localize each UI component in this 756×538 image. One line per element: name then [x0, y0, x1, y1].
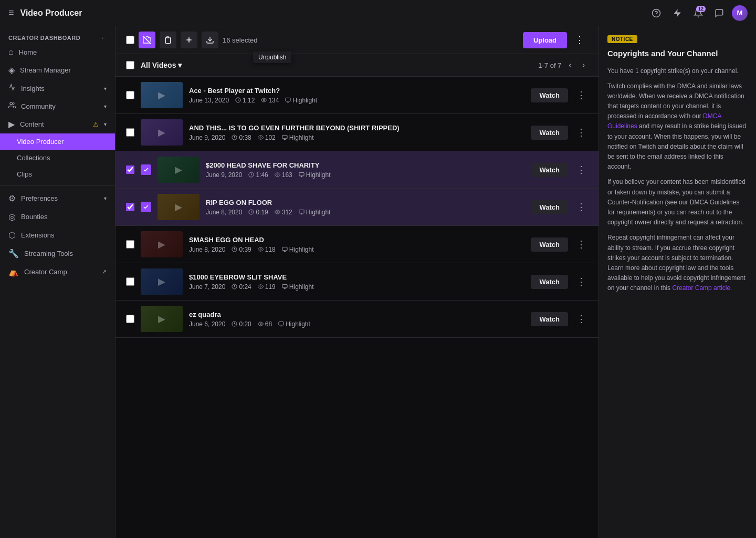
row-more-button[interactable]: ⋮	[574, 87, 588, 103]
hamburger-button[interactable]: ≡	[8, 7, 14, 18]
add-button[interactable]	[181, 32, 197, 48]
prev-page-button[interactable]: ‹	[565, 59, 574, 71]
svg-point-24	[277, 211, 278, 213]
list-select-all-checkbox[interactable]	[126, 61, 134, 69]
video-views: 163	[275, 171, 292, 179]
row-more-button[interactable]: ⋮	[574, 199, 588, 215]
row-checkbox[interactable]	[126, 315, 134, 323]
row-checkbox[interactable]	[126, 240, 134, 249]
table-row: ▶ RIP EGG ON FLOOR June 8, 2020 0:19 312	[116, 189, 598, 226]
creator-camp-link[interactable]: Creator Camp article.	[672, 284, 732, 292]
video-date: June 13, 2020	[189, 97, 229, 104]
home-icon: ⌂	[8, 47, 14, 57]
notice-para-4: Repeat copyright infringement can affect…	[607, 233, 748, 293]
row-checkbox[interactable]	[126, 165, 134, 174]
right-panel: NOTICE Copyrights and Your Channel You h…	[598, 26, 756, 538]
clock-icon	[248, 209, 254, 215]
add-icon	[185, 36, 193, 44]
video-duration: 0:24	[232, 283, 251, 291]
chat-button[interactable]	[711, 5, 728, 22]
sidebar-item-preferences[interactable]: ⚙ Preferences ▾	[0, 189, 115, 208]
video-duration: 0:19	[248, 209, 268, 216]
row-checkbox[interactable]	[126, 128, 134, 137]
sidebar-back-icon[interactable]: ←	[100, 35, 107, 41]
views-icon	[258, 134, 264, 140]
views-icon	[258, 246, 264, 252]
watch-button[interactable]: Watch	[531, 88, 568, 102]
notifications-button[interactable]: 12	[690, 5, 707, 22]
row-more-button[interactable]: ⋮	[574, 311, 588, 327]
table-row: ▶ Ace - Best Player at Twitch? June 13, …	[116, 77, 598, 114]
row-more-button[interactable]: ⋮	[574, 236, 588, 252]
sidebar-item-home[interactable]: ⌂ Home	[0, 43, 115, 61]
help-button[interactable]	[648, 5, 665, 22]
svg-point-9	[264, 99, 265, 101]
bolt-icon	[673, 8, 682, 18]
sidebar-item-bounties[interactable]: ◎ Bounties	[0, 208, 115, 226]
svg-line-4	[143, 36, 151, 44]
video-date: June 8, 2020	[206, 209, 242, 216]
row-more-button[interactable]: ⋮	[574, 162, 588, 178]
unpublish-button[interactable]	[139, 32, 155, 48]
video-type: Highlight	[299, 171, 331, 179]
svg-rect-40	[279, 322, 284, 325]
delete-button[interactable]	[160, 32, 176, 48]
views-icon	[258, 321, 264, 327]
video-thumbnail: ▶	[141, 119, 183, 146]
video-title: $1000 EYEBROW SLIT SHAVE	[189, 273, 524, 281]
content-chevron: ▾	[104, 121, 107, 127]
sidebar-item-insights[interactable]: Insights ▾	[0, 79, 115, 97]
content-icon: ▶	[8, 119, 15, 129]
watch-button[interactable]: Watch	[531, 312, 568, 326]
dmca-link[interactable]: DMCA Guidelines	[607, 112, 721, 130]
video-type: Highlight	[282, 283, 314, 291]
watch-button[interactable]: Watch	[531, 200, 568, 214]
sidebar-item-extensions[interactable]: ⬡ Extensions	[0, 226, 115, 244]
avatar[interactable]: M	[732, 5, 748, 21]
video-date: June 8, 2020	[189, 246, 225, 253]
sidebar-item-clips[interactable]: Clips	[0, 166, 115, 182]
video-info: SMASH EGG ON HEAD June 8, 2020 0:39 118 …	[189, 236, 524, 253]
preferences-chevron: ▾	[104, 195, 107, 201]
content-warning-icon: ⚠	[93, 121, 99, 128]
more-options-button[interactable]: ⋮	[571, 32, 588, 48]
video-info: AND THIS... IS TO GO EVEN FURTHER BEYOND…	[189, 124, 524, 141]
sidebar-item-content[interactable]: ▶ Content ⚠ ▾	[0, 115, 115, 133]
all-videos-dropdown[interactable]: All Videos ▾	[141, 61, 182, 69]
insights-icon	[8, 84, 16, 93]
video-date: June 9, 2020	[189, 134, 225, 141]
watch-button[interactable]: Watch	[531, 275, 568, 289]
community-chevron: ▾	[104, 104, 107, 109]
watch-button[interactable]: Watch	[531, 163, 568, 177]
video-title: SMASH EGG ON HEAD	[189, 236, 524, 244]
watch-button[interactable]: Watch	[531, 126, 568, 140]
row-checkbox[interactable]	[126, 91, 134, 99]
sidebar-item-collections[interactable]: Collections	[0, 150, 115, 166]
sidebar-item-video-producer[interactable]: Video Producer	[0, 133, 115, 150]
delete-icon	[164, 36, 172, 44]
type-icon	[282, 246, 288, 252]
sidebar-item-streaming-tools[interactable]: 🔧 Streaming Tools	[0, 244, 115, 263]
upload-button[interactable]: Upload	[523, 32, 567, 48]
extensions-icon: ⬡	[8, 230, 16, 240]
download-button[interactable]	[202, 32, 218, 48]
sidebar-item-community[interactable]: Community ▾	[0, 97, 115, 115]
svg-point-29	[260, 249, 261, 250]
notification-badge: 12	[696, 6, 706, 12]
select-all-checkbox[interactable]	[126, 36, 134, 44]
svg-point-19	[277, 174, 278, 175]
watch-button[interactable]: Watch	[531, 237, 568, 252]
row-more-button[interactable]: ⋮	[574, 274, 588, 289]
video-duration: 1:12	[235, 97, 255, 104]
notice-title: Copyrights and Your Channel	[607, 48, 748, 59]
row-checkbox[interactable]	[126, 203, 134, 211]
sidebar-item-creator-camp[interactable]: ⛺ Creator Camp ↗	[0, 263, 115, 281]
row-checkbox[interactable]	[126, 277, 134, 286]
app-title: Video Producer	[20, 8, 82, 18]
table-row: ▶ ez quadra June 6, 2020 0:20 68	[116, 301, 598, 338]
table-row: ▶ $2000 HEAD SHAVE FOR CHARITY June 9, 2…	[116, 151, 598, 189]
sidebar-item-stream-manager[interactable]: ◈ Stream Manager	[0, 61, 115, 79]
bolt-button[interactable]	[669, 5, 686, 22]
next-page-button[interactable]: ›	[579, 59, 588, 71]
row-more-button[interactable]: ⋮	[574, 125, 588, 140]
